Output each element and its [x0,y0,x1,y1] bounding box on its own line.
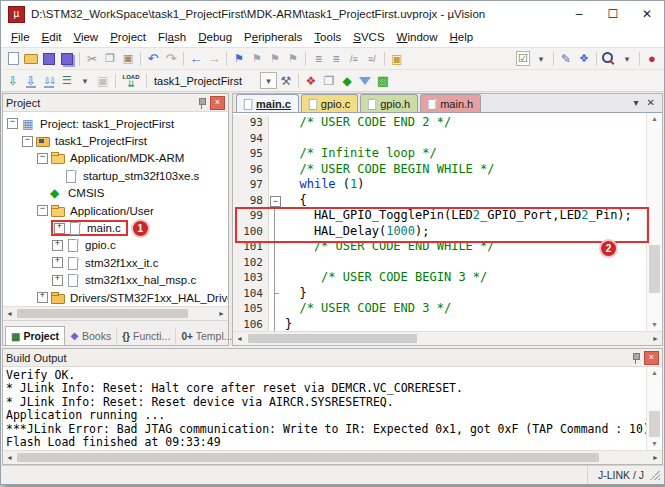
new-file-icon[interactable] [4,50,22,68]
code-line-101[interactable]: 101 /* USER CODE END WHILE */ [233,239,646,255]
panel-close-icon[interactable]: × [210,96,225,110]
runtime-environment-icon[interactable] [338,72,356,90]
tree-item-main-c[interactable]: main.c1 [3,219,228,236]
build-icon[interactable] [22,72,40,90]
find-in-files-icon[interactable] [557,50,575,68]
scroll-right-icon[interactable]: ► [649,454,662,461]
stop-build-icon[interactable] [94,72,112,90]
code-line-97[interactable]: 97 while (1) [233,177,646,193]
scroll-up-icon[interactable]: ▲ [651,367,658,379]
menu-file[interactable]: File [5,29,36,45]
editor-tab-main-h[interactable]: main.h [420,94,481,112]
code-lines[interactable]: 93 /* USER CODE END 2 */9495 /* Infinite… [233,113,646,331]
code-line-100[interactable]: 100 HAL_Delay(1000); [233,224,646,240]
resize-grip-icon[interactable] [650,470,660,480]
tree-item-stm32f1xx-it-c[interactable]: stm32f1xx_it.c [3,254,228,271]
editor-tab-gpio-h[interactable]: gpio.h [360,94,418,112]
tree-expander-icon[interactable] [22,136,33,147]
navigate-back-icon[interactable] [187,50,205,68]
tree-item-startup-stm32f103xe-s[interactable]: startup_stm32f103xe.s [3,167,228,184]
tree-expander-icon[interactable] [52,240,63,251]
tree-item-gpio-c[interactable]: gpio.c [3,237,228,254]
save-all-icon[interactable] [58,50,76,68]
menu-flash[interactable]: Flash [152,29,192,45]
code-line-104[interactable]: 104 } [233,286,646,302]
minimize-button[interactable]: – [562,1,596,27]
comment-selection-icon[interactable] [345,50,363,68]
editor-vscrollbar[interactable]: ▲ ▼ [646,113,662,331]
redo-icon[interactable] [162,50,180,68]
scroll-left-icon[interactable]: ◄ [233,335,246,342]
build-output-hscrollbar[interactable]: ◄ ► [3,450,662,464]
tree-expander-icon[interactable] [37,292,48,303]
menu-tools[interactable]: Tools [308,29,347,45]
bookmark-next-icon[interactable] [266,50,284,68]
window-layers-icon[interactable] [320,72,338,90]
tree-expander-icon[interactable] [54,223,65,234]
tree-expander-icon[interactable] [52,257,63,268]
tree-expander-icon[interactable] [37,205,48,216]
panel-tab-project[interactable]: ▦Project [5,326,65,345]
paste-icon[interactable] [119,50,137,68]
bookmark-clear-icon[interactable] [284,50,302,68]
bookmark-prev-icon[interactable] [248,50,266,68]
panel-tab-books[interactable]: ❖Books [65,327,117,345]
copy-icon[interactable] [101,50,119,68]
target-select[interactable]: task1_ProjectFirst [150,73,260,89]
flash-download-icon[interactable]: LOAD⇊ [119,72,143,90]
scroll-up-icon[interactable]: ▲ [651,113,658,125]
tree-item-project-task1-projectfirst[interactable]: Project: task1_ProjectFirst [3,115,228,132]
translate-file-icon[interactable] [4,72,22,90]
batch-build-icon[interactable] [58,72,76,90]
menu-view[interactable]: View [67,29,104,45]
code-line-103[interactable]: 103 /* USER CODE BEGIN 3 */ [233,270,646,286]
options-for-target-icon[interactable] [277,72,295,90]
close-button[interactable]: ✕ [630,1,664,27]
scroll-left-icon[interactable]: ◄ [3,310,16,317]
pack-installer-icon[interactable] [374,72,392,90]
fold-marker-icon[interactable] [269,193,281,209]
indent-right-icon[interactable] [327,50,345,68]
save-icon[interactable] [40,50,58,68]
build-dropdown-icon[interactable] [76,72,94,90]
project-hscrollbar[interactable]: ◄ ► [3,306,228,320]
scroll-down-icon[interactable]: ▼ [651,319,658,331]
undo-icon[interactable] [144,50,162,68]
menu-window[interactable]: Window [391,29,444,45]
build-output-vscrollbar[interactable]: ▲ ▼ [646,367,662,450]
uncomment-selection-icon[interactable] [363,50,381,68]
tab-list-dropdown-icon[interactable]: ▾ [634,97,639,108]
scroll-right-icon[interactable]: ► [215,310,228,317]
code-line-98[interactable]: 98 { [233,193,646,209]
search-magnifier-icon[interactable] [600,50,618,68]
manage-components-icon[interactable] [302,72,320,90]
editor-tab-gpio-c[interactable]: gpio.c [301,94,358,112]
config-checkbox-icon[interactable] [514,50,532,68]
panel-close-icon[interactable]: × [644,351,659,365]
menu-help[interactable]: Help [444,29,480,45]
record-breakpoint-icon[interactable] [643,50,661,68]
tree-expander-icon[interactable] [52,275,63,286]
tree-item-task1-projectfirst[interactable]: task1_ProjectFirst [3,132,228,149]
tree-expander-icon[interactable] [37,153,48,164]
search-dropdown-icon[interactable] [618,50,636,68]
configure-flags-icon[interactable] [388,50,406,68]
navigate-forward-icon[interactable] [205,50,223,68]
code-line-94[interactable]: 94 [233,131,646,147]
pin-icon[interactable] [631,352,641,364]
maximize-button[interactable]: ☐ [596,1,630,27]
editor-hscrollbar[interactable]: ◄ ► [233,331,662,345]
tree-item-application-mdk-arm[interactable]: Application/MDK-ARM [3,150,228,167]
debug-hand-icon[interactable] [575,50,593,68]
code-line-102[interactable]: 102 [233,255,646,271]
scroll-left-icon[interactable]: ◄ [3,454,16,461]
editor-tab-main-c[interactable]: main.c [236,94,299,112]
target-dropdown-icon[interactable] [260,72,277,89]
menu-edit[interactable]: Edit [36,29,68,45]
code-line-93[interactable]: 93 /* USER CODE END 2 */ [233,115,646,131]
tree-item-stm32f1xx-hal-msp-c[interactable]: stm32f1xx_hal_msp.c [3,272,228,289]
pin-icon[interactable] [197,97,207,109]
panel-tab-functi[interactable]: {}Functi... [117,327,176,345]
code-line-106[interactable]: 106} [233,317,646,332]
code-line-95[interactable]: 95 /* Infinite loop */ [233,146,646,162]
